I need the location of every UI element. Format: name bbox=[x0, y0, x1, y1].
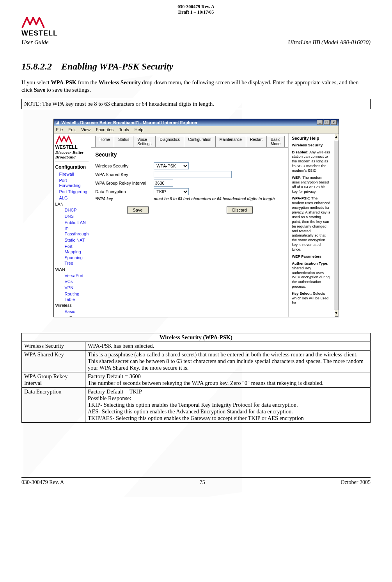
nav-security[interactable]: Security bbox=[55, 315, 89, 317]
intro-paragraph: If you select WPA-PSK from the Wireless … bbox=[21, 79, 371, 94]
sidebar: WESTELL Discover Better Broadband Config… bbox=[54, 133, 92, 317]
table-title: Wireless Security (WPA-PSK) bbox=[22, 333, 371, 342]
ie-app-icon: ◪ bbox=[55, 120, 59, 125]
cfg-heading: Configuration bbox=[55, 164, 89, 170]
label-wpa-shared-key: WPA Shared Key bbox=[95, 172, 150, 177]
label-rekey-interval: WPA Group Rekey Interval bbox=[95, 181, 150, 185]
ie-menu-bar: File Edit View Favorites Tools Help bbox=[54, 126, 339, 133]
tab-configuration[interactable]: Configuration bbox=[184, 136, 215, 147]
select-wireless-security[interactable]: WPA-PSK bbox=[154, 162, 189, 169]
nav-port-forwarding[interactable]: Port Forwarding bbox=[55, 178, 89, 189]
doc-rev: 030-300479 Rev. A bbox=[21, 4, 371, 9]
tab-basic-mode[interactable]: Basic Mode bbox=[266, 136, 285, 147]
menu-edit[interactable]: Edit bbox=[68, 127, 76, 132]
help-pane: Security Help Wireless Security Disabled… bbox=[288, 133, 333, 317]
scroll-up-icon[interactable]: ▲ bbox=[334, 133, 339, 141]
label-wireless-security: Wireless Security bbox=[95, 164, 150, 168]
sidebar-logo-icon bbox=[55, 135, 75, 144]
logo-text: WESTELL bbox=[21, 29, 58, 37]
table-desc-3: Factory Default = TKIP Possible Response… bbox=[85, 387, 371, 422]
doc-draft: Draft 1 – 10/17/05 bbox=[21, 9, 371, 15]
scroll-down-icon[interactable]: ▼ bbox=[334, 310, 339, 317]
footer-page: 75 bbox=[200, 479, 205, 486]
nav-vpn[interactable]: VPN bbox=[55, 285, 89, 291]
scrollbar[interactable]: ▲ ▼ bbox=[334, 133, 339, 317]
table-param-1: WPA Shared Key bbox=[22, 350, 85, 372]
nav-port-mapping[interactable]: Port Mapping bbox=[55, 244, 89, 255]
nav-port-triggering[interactable]: Port Triggering bbox=[55, 189, 89, 195]
nav-ip-passthrough[interactable]: IP Passthrough bbox=[55, 226, 89, 238]
label-data-encryption: Data Encryption bbox=[95, 189, 150, 194]
minimize-button[interactable]: _ bbox=[317, 120, 323, 125]
nav-alg[interactable]: ALG bbox=[55, 195, 89, 201]
help-title: Security Help bbox=[292, 136, 330, 141]
hint-label: *WPA key bbox=[95, 197, 150, 201]
table-desc-0: WPA-PSK has been selected. bbox=[85, 342, 371, 350]
menu-tools[interactable]: Tools bbox=[119, 127, 129, 132]
input-wpa-shared-key[interactable] bbox=[154, 171, 232, 178]
save-button[interactable]: Save bbox=[127, 206, 149, 214]
footer-right: October 2005 bbox=[341, 479, 371, 486]
menu-view[interactable]: View bbox=[81, 127, 90, 132]
nav-public-lan[interactable]: Public LAN bbox=[55, 220, 89, 226]
section-title: Enabling WPA-PSK Security bbox=[61, 61, 173, 71]
help-wep-params: WEP Parameters bbox=[292, 254, 321, 258]
sidebar-logo-text: WESTELL bbox=[55, 144, 78, 150]
tab-maintenance[interactable]: Maintenance bbox=[215, 136, 246, 147]
hint-text: must be 8 to 63 text characters or 64 he… bbox=[154, 197, 275, 201]
nav-static-nat[interactable]: Static NAT bbox=[55, 237, 89, 244]
note-box: NOTE: The WPA key must be 8 to 63 charac… bbox=[21, 99, 371, 109]
close-button[interactable]: × bbox=[331, 120, 337, 125]
sidebar-tagline: Discover Better Broadband bbox=[55, 150, 89, 159]
nav-vcs[interactable]: VCs bbox=[55, 279, 89, 285]
tab-restart[interactable]: Restart bbox=[246, 136, 267, 147]
input-rekey-interval[interactable] bbox=[154, 180, 173, 187]
discard-button[interactable]: Discard bbox=[227, 206, 253, 214]
select-data-encryption[interactable]: TKIP bbox=[154, 188, 189, 195]
table-desc-1: This is a passphrase (also called a shar… bbox=[85, 350, 371, 372]
tab-status[interactable]: Status bbox=[114, 136, 133, 147]
top-tabs: Home Status Voice Settings Diagnostics C… bbox=[91, 136, 288, 148]
footer-left: 030-300479 Rev. A bbox=[21, 479, 64, 486]
nav-versaport[interactable]: VersaPort bbox=[55, 273, 89, 279]
nav-basic[interactable]: Basic bbox=[55, 309, 89, 315]
section-number: 15.8.2.2 bbox=[21, 61, 52, 71]
nav-firewall[interactable]: Firewall bbox=[55, 171, 89, 178]
table-desc-2: Factory Default = 3600 The number of sec… bbox=[85, 372, 371, 387]
ie-title-bar: ◪ Westell - Discover Better Broadband© -… bbox=[54, 119, 339, 126]
nav-spanning-tree[interactable]: Spanning Tree bbox=[55, 255, 89, 267]
menu-help[interactable]: Help bbox=[135, 127, 144, 132]
nav-lan[interactable]: LAN bbox=[55, 201, 89, 208]
westell-logo bbox=[21, 17, 45, 28]
table-param-0: Wireless Security bbox=[22, 342, 85, 350]
table-param-2: WPA Group Rekey Interval bbox=[22, 372, 85, 387]
page-footer: 030-300479 Rev. A 75 October 2005 bbox=[21, 477, 371, 486]
nav-dns[interactable]: DNS bbox=[55, 214, 89, 220]
tab-home[interactable]: Home bbox=[95, 136, 114, 147]
description-table: Wireless Security (WPA-PSK) Wireless Sec… bbox=[21, 333, 371, 423]
help-subtitle: Wireless Security bbox=[292, 143, 323, 147]
menu-file[interactable]: File bbox=[56, 127, 63, 132]
user-guide-label: User Guide bbox=[21, 39, 49, 46]
model-label: UltraLine IIB (Model A90-816030) bbox=[288, 39, 371, 46]
pane-heading: Security bbox=[95, 151, 284, 158]
menu-favorites[interactable]: Favorites bbox=[96, 127, 114, 132]
ie-window: ◪ Westell - Discover Better Broadband© -… bbox=[53, 119, 339, 317]
maximize-button[interactable]: □ bbox=[324, 120, 330, 125]
section-heading: 15.8.2.2 Enabling WPA-PSK Security bbox=[21, 61, 371, 72]
table-param-3: Data Encryption bbox=[22, 387, 85, 422]
nav-wireless[interactable]: Wireless bbox=[55, 303, 89, 309]
nav-wan[interactable]: WAN bbox=[55, 267, 89, 273]
nav-routing-table[interactable]: Routing Table bbox=[55, 291, 89, 303]
tab-voice-settings[interactable]: Voice Settings bbox=[133, 136, 156, 147]
tab-diagnostics[interactable]: Diagnostics bbox=[155, 136, 184, 147]
nav-dhcp[interactable]: DHCP bbox=[55, 207, 89, 214]
ie-title-text: Westell - Discover Better Broadband© - M… bbox=[62, 120, 198, 125]
